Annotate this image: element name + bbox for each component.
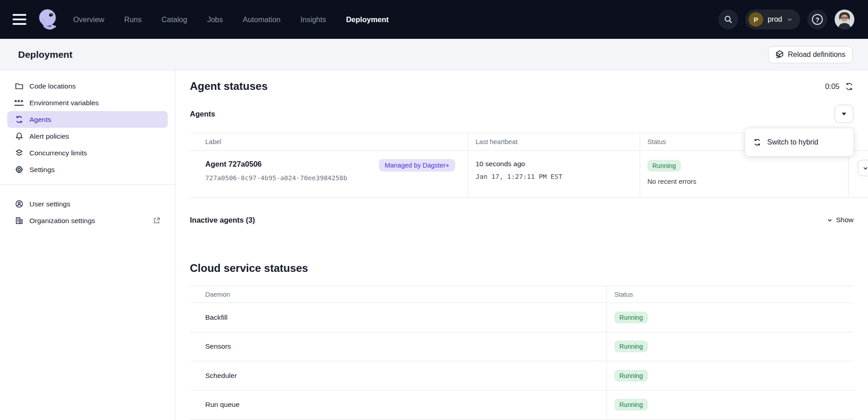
status-badge: Running (614, 399, 648, 411)
nav-item-jobs[interactable]: Jobs (207, 15, 223, 24)
gear-icon (14, 165, 24, 174)
env-vars-icon: *** (14, 98, 24, 107)
agent-statuses-heading: Agent statuses (190, 80, 268, 93)
sidebar-item-label: Alert policies (29, 132, 69, 140)
primary-nav: Overview Runs Catalog Jobs Automation In… (73, 15, 389, 24)
daemon-name: Run queue (190, 391, 607, 420)
agents-actions-dropdown-button[interactable] (835, 105, 854, 123)
sidebar-item-organization-settings[interactable]: Organization settings (7, 212, 168, 229)
deployment-name: prod (768, 15, 782, 23)
daemon-name: Backfill (190, 303, 607, 332)
help-button[interactable]: ? (807, 9, 827, 29)
column-header-status: Status (607, 286, 854, 303)
agent-actions-cell (849, 151, 868, 198)
daemon-status-cell: Running (607, 361, 854, 391)
dagster-logo[interactable] (36, 7, 61, 32)
refresh-icon[interactable] (845, 82, 854, 91)
sidebar-item-label: Environment variables (29, 99, 99, 107)
agent-status-cell: Running No recent errors (640, 151, 849, 198)
refresh-countdown: 0:05 (825, 82, 840, 91)
search-button[interactable] (718, 9, 738, 29)
caret-down-icon (841, 112, 847, 116)
agent-cycle-icon (753, 138, 761, 146)
agents-actions-menu: Switch to hybrid (745, 128, 854, 156)
status-badge: Running (614, 341, 648, 352)
main-content: Agent statuses 0:05 Agents (175, 70, 868, 420)
cloud-services-table: Daemon Status Backfill Running Sensors R… (190, 286, 854, 420)
deployment-initial-badge: P (749, 12, 763, 27)
status-note: No recent errors (647, 177, 848, 185)
sidebar-item-settings[interactable]: Settings (7, 161, 168, 178)
search-icon (724, 15, 733, 24)
inactive-agents-label: Inactive agents (3) (190, 216, 255, 224)
sidebar-item-label: Organization settings (29, 217, 95, 225)
show-inactive-agents-toggle[interactable]: Show (827, 216, 854, 224)
heartbeat-relative: 10 seconds ago (476, 160, 640, 168)
daemon-status-cell: Running (607, 391, 854, 420)
chevron-down-icon (827, 217, 833, 223)
agent-id: 727a0506-8c97-4b95-a024-70ee3984258b (205, 174, 347, 182)
layers-icon (14, 149, 24, 158)
agent-name: Agent 727a0506 (205, 160, 347, 168)
nav-item-overview[interactable]: Overview (73, 15, 104, 24)
sidebar-item-label: User settings (29, 200, 70, 208)
status-badge: Running (614, 312, 648, 323)
nav-item-catalog[interactable]: Catalog (161, 15, 187, 24)
managed-by-dagster-badge: Managed by Dagster+ (379, 159, 455, 172)
sidebar-item-environment-variables[interactable]: *** Environment variables (7, 94, 168, 111)
sidebar-item-label: Code locations (29, 82, 76, 90)
column-header-label: Label (190, 133, 468, 151)
agent-heartbeat-cell: 10 seconds ago Jan 17, 1:27:11 PM EST (468, 151, 640, 198)
daemon-status-cell: Running (607, 303, 854, 332)
nav-item-deployment[interactable]: Deployment (346, 15, 388, 24)
agent-label-cell: Agent 727a0506 727a0506-8c97-4b95-a024-7… (190, 151, 468, 198)
sidebar-item-label: Concurrency limits (29, 149, 87, 157)
cloud-service-statuses-heading: Cloud service statuses (190, 260, 854, 277)
menu-item-switch-to-hybrid[interactable]: Switch to hybrid (745, 129, 854, 155)
nav-item-automation[interactable]: Automation (243, 15, 280, 24)
sidebar-item-alert-policies[interactable]: Alert policies (7, 128, 168, 145)
deployment-sidebar: Code locations *** Environment variables… (0, 70, 175, 420)
reload-definitions-button[interactable]: Reload definitions (768, 46, 853, 63)
chevron-down-icon (787, 16, 793, 23)
building-icon (14, 216, 24, 225)
status-badge: Running (647, 160, 681, 172)
agent-row-menu-button[interactable] (858, 160, 868, 176)
sidebar-divider (0, 184, 175, 185)
daemon-name: Scheduler (190, 361, 607, 391)
column-header-last-heartbeat: Last heartbeat (468, 133, 640, 151)
bell-icon (14, 132, 24, 141)
sidebar-item-label: Settings (29, 166, 55, 174)
top-nav: Overview Runs Catalog Jobs Automation In… (0, 0, 868, 39)
status-badge: Running (614, 370, 648, 382)
external-link-icon (153, 217, 160, 224)
page-header: Deployment Reload definitions (0, 39, 868, 70)
daemon-status-cell: Running (607, 332, 854, 362)
nav-item-insights[interactable]: Insights (301, 15, 326, 24)
sidebar-item-concurrency-limits[interactable]: Concurrency limits (7, 145, 168, 161)
page-title: Deployment (18, 49, 72, 60)
user-avatar[interactable] (835, 9, 854, 29)
menu-item-label: Switch to hybrid (767, 138, 818, 146)
heartbeat-timestamp: Jan 17, 1:27:11 PM EST (476, 173, 640, 180)
reload-definitions-label: Reload definitions (788, 51, 845, 59)
folder-icon (14, 82, 24, 91)
deployment-switcher[interactable]: P prod (745, 9, 800, 29)
help-icon: ? (812, 14, 823, 25)
sidebar-item-agents[interactable]: Agents (7, 111, 168, 128)
hamburger-menu-icon[interactable] (13, 14, 26, 25)
chevron-down-icon (863, 165, 868, 171)
show-label: Show (836, 216, 854, 224)
daemon-name: Sensors (190, 332, 607, 362)
user-icon (14, 200, 24, 209)
sidebar-item-label: Agents (29, 116, 51, 124)
nav-item-runs[interactable]: Runs (124, 15, 142, 24)
agents-subheading: Agents (190, 110, 215, 118)
reload-package-icon (775, 50, 784, 59)
agent-cycle-icon (14, 115, 24, 124)
sidebar-item-user-settings[interactable]: User settings (7, 196, 168, 212)
column-header-daemon: Daemon (190, 286, 607, 303)
sidebar-item-code-locations[interactable]: Code locations (7, 78, 168, 94)
